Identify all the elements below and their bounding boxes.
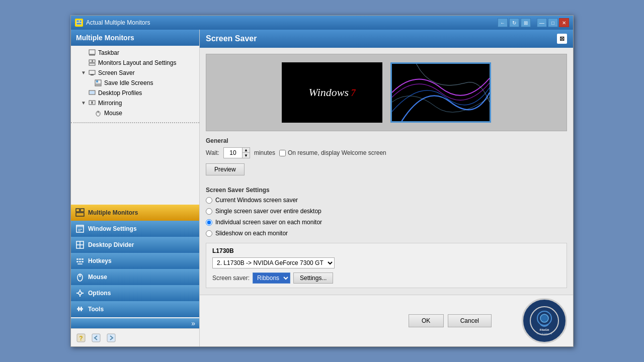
radio-individual-screen-input[interactable] xyxy=(206,219,212,226)
radio-slideshow-input[interactable] xyxy=(206,230,212,237)
radio-single-screen-input[interactable] xyxy=(206,208,212,215)
svg-rect-48 xyxy=(78,307,79,308)
monitor-group: L1730B 2. L1730B -> NVIDIA GeForce 7300 … xyxy=(206,243,567,288)
expand-icon xyxy=(81,90,87,96)
nav-btn-hotkeys[interactable]: Hotkeys xyxy=(71,253,199,269)
svg-rect-12 xyxy=(96,83,101,85)
main-content: Multiple Monitors Taskbar xyxy=(71,30,573,346)
wait-label: Wait: xyxy=(206,149,219,156)
ok-cancel-group: OK Cancel xyxy=(409,314,492,327)
expand-icon xyxy=(87,110,93,116)
preview-button[interactable]: Preview xyxy=(206,163,245,175)
expand-mirroring-icon: ▼ xyxy=(81,100,87,106)
tree-item-screensaver[interactable]: ▼ Screen Saver xyxy=(71,68,199,78)
tree-item-desktopprofiles[interactable]: Desktop Profiles xyxy=(71,88,199,98)
nav-label-mouse: Mouse xyxy=(88,274,107,281)
svg-rect-17 xyxy=(93,101,95,105)
titlebar-btn-restore[interactable]: ⊞ xyxy=(521,18,531,27)
svg-rect-32 xyxy=(76,258,78,260)
monitors-icon xyxy=(88,59,96,67)
radio-individual-screen-label: Individual screen saver on each monitor xyxy=(215,219,322,226)
nav-icon-window-settings xyxy=(75,224,85,234)
screensaver-icon xyxy=(88,69,96,77)
wait-row: Wait: ▲ ▼ minutes On resume, display Wel… xyxy=(206,147,567,158)
desktopprofiles-icon xyxy=(88,89,96,97)
expand-icon xyxy=(81,50,87,56)
expand-icon xyxy=(81,60,87,66)
nav-btn-window-settings[interactable]: Window Settings xyxy=(71,221,199,237)
monitor-select-wrapper: 2. L1730B -> NVIDIA GeForce 7300 GT xyxy=(212,257,560,268)
mouse-tree-icon xyxy=(94,109,102,117)
tree-item-mirroring[interactable]: ▼ Mirroring xyxy=(71,98,199,108)
radio-current-windows-input[interactable] xyxy=(206,197,212,204)
spinner-down[interactable]: ▼ xyxy=(243,153,250,158)
tree-label-desktopprofiles: Desktop Profiles xyxy=(98,89,142,97)
windows7-text: Windows 7 xyxy=(309,86,356,99)
windows-version-text: 7 xyxy=(351,88,355,98)
general-section-title: General xyxy=(206,137,567,144)
mirroring-icon xyxy=(88,99,96,107)
panel-title: Screen Saver xyxy=(206,34,257,43)
svg-rect-55 xyxy=(107,334,115,342)
resume-label: On resume, display Welcome screen xyxy=(288,149,386,156)
tree-separator xyxy=(71,120,199,123)
tree-item-mouse[interactable]: Mouse xyxy=(71,108,199,118)
window-bottom-right: OK Cancel FileGit Free & Unlimited xyxy=(409,298,567,343)
wait-input[interactable] xyxy=(224,148,242,158)
nav-btn-desktop-divider[interactable]: Desktop Divider xyxy=(71,237,199,253)
tree-item-taskbar[interactable]: Taskbar xyxy=(71,48,199,58)
preview-area: Windows 7 xyxy=(206,54,567,131)
svg-rect-47 xyxy=(77,308,83,310)
resume-checkbox[interactable] xyxy=(279,150,286,156)
tree-label-taskbar: Taskbar xyxy=(98,49,119,56)
tree-label-mirroring: Mirroring xyxy=(98,100,122,107)
svg-rect-6 xyxy=(93,60,95,62)
settings-button[interactable]: Settings... xyxy=(293,273,333,284)
tree-item-monitors[interactable]: Monitors Layout and Settings xyxy=(71,58,199,68)
right-panel: Screen Saver ⊠ Windows 7 xyxy=(200,30,573,346)
titlebar-btn-refresh[interactable]: ↻ xyxy=(509,18,519,27)
minimize-button[interactable]: — xyxy=(537,18,547,27)
svg-rect-15 xyxy=(90,91,95,94)
nav-icon-options xyxy=(75,288,85,298)
resume-checkbox-row: On resume, display Welcome screen xyxy=(279,149,386,156)
panel-header-icon[interactable]: ⊠ xyxy=(557,34,567,44)
screen-saver-dropdown[interactable]: Ribbons xyxy=(253,273,290,284)
nav-buttons: Multiple Monitors Window Settings xyxy=(71,204,199,318)
nav-label-tools: Tools xyxy=(88,306,104,313)
radio-slideshow: Slideshow on each monitor xyxy=(206,230,567,237)
svg-point-41 xyxy=(79,276,81,277)
nav-btn-mouse[interactable]: Mouse xyxy=(71,269,199,285)
svg-rect-4 xyxy=(89,54,95,56)
preview-windows7[interactable]: Windows 7 xyxy=(282,62,382,123)
screen-saver-settings: Screen Saver Settings Current Windows sc… xyxy=(206,187,567,237)
tree-item-saveidle[interactable]: Save Idle Screens xyxy=(71,78,199,88)
svg-text:FileGit: FileGit xyxy=(540,328,549,331)
cancel-button[interactable]: Cancel xyxy=(448,314,492,327)
titlebar-btn-back[interactable]: ← xyxy=(498,18,508,27)
nav-btn-multiple-monitors[interactable]: Multiple Monitors xyxy=(71,205,199,221)
spinner-up[interactable]: ▲ xyxy=(243,148,250,153)
preview-ribbons[interactable] xyxy=(390,62,491,123)
toolbar-back-btn[interactable] xyxy=(90,332,102,344)
nav-btn-options[interactable]: Options xyxy=(71,285,199,301)
ok-button[interactable]: OK xyxy=(409,314,444,327)
svg-rect-34 xyxy=(82,258,84,260)
tree-label-monitors: Monitors Layout and Settings xyxy=(98,59,176,66)
nav-expand-button[interactable]: » xyxy=(191,319,195,327)
radio-single-screen-label: Single screen saver over entire desktop xyxy=(215,208,321,215)
monitor-dropdown[interactable]: 2. L1730B -> NVIDIA GeForce 7300 GT xyxy=(212,257,335,268)
panel-body: Windows 7 xyxy=(200,48,573,295)
svg-rect-26 xyxy=(76,225,84,227)
window-controls: — □ ✕ xyxy=(537,18,569,27)
toolbar-help-btn[interactable]: ? xyxy=(75,332,87,344)
windows-logo-text: Windows xyxy=(309,86,349,99)
close-button[interactable]: ✕ xyxy=(559,18,569,27)
maximize-button[interactable]: □ xyxy=(548,18,558,27)
app-icon xyxy=(75,19,83,27)
toolbar-forward-btn[interactable] xyxy=(105,332,117,344)
nav-btn-tools[interactable]: Tools xyxy=(71,301,199,317)
nav-icon-multiple-monitors xyxy=(75,208,85,218)
minutes-label: minutes xyxy=(254,149,275,156)
svg-rect-8 xyxy=(89,70,95,74)
